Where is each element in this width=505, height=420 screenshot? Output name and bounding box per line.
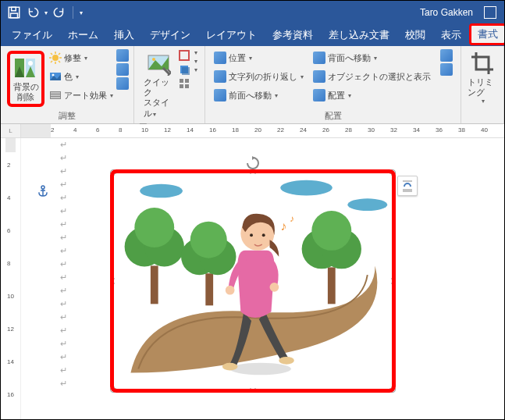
remove-background-button[interactable]: 背景の 削除 (10, 54, 41, 104)
picture-border-icon[interactable] (178, 49, 190, 62)
title-bar: ▾ ▾ Taro Gakken (1, 1, 504, 24)
reset-picture-icon[interactable] (116, 77, 129, 90)
group-objects-icon[interactable] (440, 49, 453, 62)
bring-forward-icon (214, 89, 226, 101)
wrap-text-button[interactable]: 文字列の折り返し▾ (214, 68, 304, 85)
ruler-h-tick: 36 (436, 126, 443, 133)
picture-border-dropdown[interactable]: ▾ (194, 49, 197, 56)
send-backward-button[interactable]: 背面へ移動▾ (313, 49, 431, 66)
layout-options-button[interactable] (397, 176, 418, 196)
ruler-v-tick: 2 (7, 162, 10, 169)
position-button[interactable]: 位置▾ (214, 49, 304, 66)
quick-access-toolbar: ▾ ▾ (1, 5, 89, 20)
tab-layout[interactable]: レイアウト (198, 24, 265, 46)
corrections-label: 修整 (64, 52, 81, 64)
picture-effects-dropdown[interactable]: ▾ (194, 58, 197, 65)
svg-rect-1 (12, 7, 16, 11)
svg-line-13 (59, 53, 60, 55)
svg-point-39 (134, 208, 174, 247)
svg-text:♪: ♪ (280, 219, 286, 233)
change-picture-icon[interactable] (116, 63, 129, 76)
save-icon[interactable] (7, 5, 21, 20)
selection-pane-button[interactable]: オブジェクトの選択と表示 (313, 68, 431, 85)
picture-layout-dropdown[interactable]: ▾ (194, 66, 197, 73)
selected-picture[interactable]: ♪ ♪ (113, 173, 393, 390)
ruler-h-tick: 24 (300, 126, 307, 133)
tab-view[interactable]: 表示 (433, 24, 469, 46)
svg-point-55 (262, 233, 265, 237)
svg-point-34 (280, 180, 333, 196)
compress-picture-icon[interactable] (116, 49, 129, 62)
ruler-h-tick: 38 (458, 126, 465, 133)
redo-icon[interactable] (52, 5, 66, 20)
tab-mailings[interactable]: 差し込み文書 (321, 24, 397, 46)
svg-point-54 (250, 233, 253, 237)
ruler-h-tick: 8 (119, 126, 122, 133)
quick-styles-label-1: クイック (144, 77, 173, 98)
corrections-icon (49, 52, 62, 64)
svg-rect-40 (205, 273, 213, 305)
svg-line-11 (51, 53, 52, 55)
ruler-h-tick: 16 (209, 126, 216, 133)
svg-line-14 (51, 61, 52, 62)
rotate-icon[interactable] (440, 63, 453, 76)
ruler-horizontal[interactable]: L 246810121416182022242628303234363840 (1, 124, 504, 138)
color-label: 色 (64, 71, 73, 83)
selection-pane-label: オブジェクトの選択と表示 (328, 71, 431, 83)
tab-references[interactable]: 参考資料 (265, 24, 321, 46)
paragraph-marks: ↵↵↵↵↵↵↵↵↵↵↵↵↵↵↵↵↵↵↵ (60, 140, 67, 389)
group-size: トリミング ▾ (461, 46, 504, 123)
art-effects-button[interactable]: アート効果▾ (49, 87, 113, 104)
corrections-button[interactable]: 修整▾ (49, 49, 113, 66)
art-effects-icon (49, 89, 62, 101)
ruler-h-tick: 2 (51, 126, 54, 133)
align-icon (313, 89, 325, 101)
color-icon (49, 70, 62, 83)
ruler-h-tick: 26 (322, 126, 329, 133)
ruler-vertical[interactable]: 246810121416 (1, 138, 21, 419)
group-arrange-label: 配置 (325, 110, 342, 122)
tab-home[interactable]: ホーム (60, 24, 106, 46)
picture-layout-icon[interactable] (178, 77, 190, 90)
svg-point-43 (190, 222, 227, 258)
ribbon-display-icon[interactable] (484, 6, 496, 19)
art-effects-label: アート効果 (64, 90, 107, 101)
svg-point-51 (226, 286, 235, 295)
remove-background-label-2: 削除 (17, 92, 34, 102)
crop-button[interactable]: トリミング ▾ (466, 49, 499, 107)
tab-file[interactable]: ファイル (4, 24, 60, 46)
tab-insert[interactable]: 挿入 (106, 24, 142, 46)
tab-design[interactable]: デザイン (142, 24, 198, 46)
ruler-h-tick: 22 (277, 126, 284, 133)
page[interactable]: ↵↵↵↵↵↵↵↵↵↵↵↵↵↵↵↵↵↵↵ (21, 138, 504, 419)
svg-point-27 (41, 186, 44, 189)
ruler-h-tick: 12 (164, 126, 171, 133)
ruler-v-tick: 10 (7, 293, 14, 300)
group-adjust-label: 調整 (59, 110, 76, 122)
picture-effects-icon[interactable] (178, 63, 190, 76)
undo-icon[interactable] (26, 5, 40, 20)
user-name-label: Taro Gakken (420, 7, 473, 18)
tab-format[interactable]: 書式 (469, 23, 505, 45)
tab-review[interactable]: 校閲 (397, 24, 433, 46)
svg-rect-20 (180, 51, 189, 60)
ruler-h-tick: 14 (187, 126, 194, 133)
rotate-handle-icon[interactable] (245, 155, 261, 171)
svg-point-52 (270, 283, 279, 292)
svg-rect-36 (151, 265, 158, 304)
svg-rect-25 (180, 84, 183, 88)
ruler-h-tick: 20 (254, 126, 261, 133)
color-button[interactable]: 色▾ (49, 68, 113, 85)
anchor-icon[interactable] (37, 185, 49, 198)
ruler-v-tick: 6 (7, 227, 10, 234)
undo-dropdown-icon[interactable]: ▾ (44, 9, 48, 16)
bring-forward-button[interactable]: 前面へ移動▾ (214, 87, 304, 104)
quick-styles-button[interactable]: クイック スタイル▾ (142, 49, 175, 120)
qat-customize-icon[interactable]: ▾ (80, 9, 83, 16)
ruler-corner-tab-icon[interactable]: L (1, 124, 21, 137)
align-button[interactable]: 配置▾ (313, 87, 431, 104)
svg-rect-26 (185, 84, 189, 88)
ruler-v-tick: 16 (7, 391, 14, 398)
svg-point-47 (311, 211, 351, 251)
position-icon (214, 52, 226, 64)
